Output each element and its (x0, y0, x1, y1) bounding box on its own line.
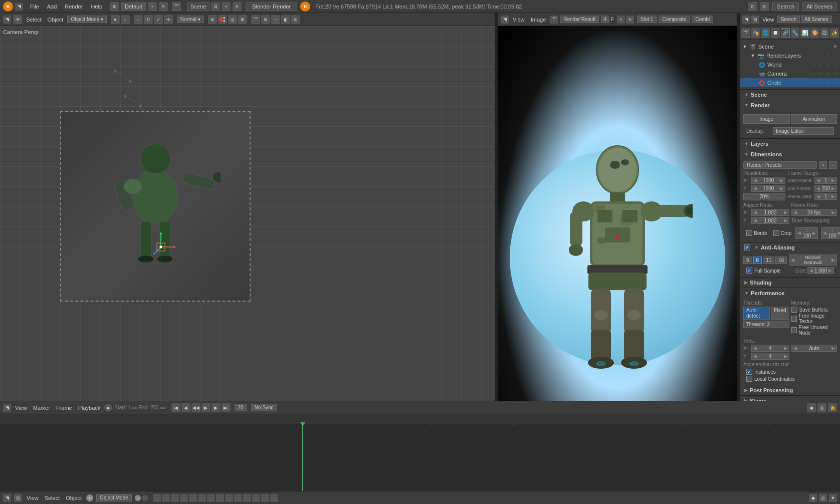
keyframe-icon[interactable]: ◆ (807, 403, 816, 412)
ay-left[interactable]: ◀ (752, 217, 758, 223)
ay-field[interactable]: ◀ 1.000 ▶ (751, 217, 789, 224)
select-menu[interactable]: Select (24, 17, 44, 23)
render-close-btn[interactable]: ✕ (626, 16, 634, 24)
timeline-playback-menu[interactable]: Playback (76, 405, 103, 411)
size-left[interactable]: ◀ (808, 268, 814, 274)
timeline-frame-menu[interactable]: Frame (54, 405, 74, 411)
bt-icon9[interactable] (225, 494, 233, 502)
post-proc-header[interactable]: Post Processing (740, 385, 840, 395)
res-x-left-arrow[interactable]: ◀ (752, 177, 758, 183)
tx-right[interactable]: ▶ (782, 345, 789, 351)
cam-vis1[interactable]: ◦ (811, 71, 817, 77)
prop-object-icon[interactable]: 🔲 (771, 28, 780, 38)
start-frame-field[interactable]: ◀ 1 ▶ (814, 177, 837, 184)
cv-right[interactable]: ▶ (836, 230, 840, 236)
save-buffers-check[interactable]: Save Buffers (791, 307, 837, 313)
cam-vis2[interactable]: ◦ (818, 71, 824, 77)
render-view-menu[interactable]: View (511, 17, 527, 23)
jump-end-btn[interactable]: ▶| (222, 403, 231, 412)
playback-icon-btn[interactable]: ▶ (104, 404, 112, 412)
bv-left[interactable]: ◀ (796, 230, 802, 236)
sync-btn[interactable]: ↔ (271, 15, 280, 24)
crop-val-field[interactable]: ◀ : 100 ▶ (821, 227, 840, 239)
lc-box[interactable] (746, 376, 752, 382)
animation-render-btn[interactable]: Animation (791, 114, 837, 124)
borde-check[interactable] (746, 230, 752, 236)
wireframe-btn[interactable]: ○ (121, 15, 130, 24)
ef-left[interactable]: ◀ (815, 185, 821, 191)
add-menu[interactable]: Add (43, 0, 61, 13)
timeline-tracks[interactable] (0, 424, 840, 491)
ax-left[interactable]: ◀ (752, 209, 758, 215)
viewport-extra-btn[interactable]: ⊘ (291, 15, 300, 24)
viewport-shade-btn[interactable]: ◐ (281, 15, 290, 24)
slot-label[interactable]: Slot 1 (637, 16, 657, 23)
play-btn[interactable]: ▶ (201, 403, 211, 412)
layout-select[interactable]: Default (121, 3, 146, 11)
composite-label[interactable]: Composite (659, 16, 690, 23)
render-vis-btn[interactable]: 🎬 (251, 15, 260, 24)
close-scene-btn[interactable]: ✕ (233, 2, 242, 11)
scene-eye-icon[interactable]: 👁 (832, 44, 838, 50)
ef-right[interactable]: ▶ (830, 185, 836, 191)
tx-left[interactable]: ◀ (752, 345, 758, 351)
ax-field[interactable]: ◀ 1.000 ▶ (751, 209, 789, 216)
aa-enable-check[interactable] (744, 244, 750, 250)
shading-header[interactable]: Shading (740, 278, 840, 288)
render-image-menu[interactable]: Image (529, 17, 548, 23)
bt-icon13[interactable] (261, 494, 269, 502)
start-frame-display[interactable] (132, 407, 137, 409)
end-frame-field[interactable]: ◀ 250 ▶ (814, 185, 837, 192)
aa-11-btn[interactable]: 11 (763, 257, 774, 264)
search-btn-right[interactable]: Search (777, 16, 800, 23)
scene-tree-camera[interactable]: 📹 Camera ◦ ◦ ◦ ◦ (740, 69, 840, 78)
world-vis4[interactable]: ◦ (832, 62, 838, 68)
timeline-marker-menu[interactable]: Marker (31, 405, 52, 411)
timeline-corner-btn[interactable]: ◥ (3, 404, 11, 412)
ty-right[interactable]: ▶ (782, 353, 789, 359)
aa-16-btn[interactable]: 16 (775, 257, 787, 264)
display-select[interactable]: Image Editor (773, 127, 834, 135)
translate-btn[interactable]: ↔ (134, 15, 143, 24)
cam-vis4[interactable]: ◦ (832, 71, 838, 77)
lock-icon[interactable]: 🔒 (828, 403, 837, 412)
prop-constraints-icon[interactable]: 🔗 (781, 28, 790, 38)
rl-icon1[interactable]: ◦ (825, 53, 831, 59)
dimensions-header[interactable]: Dimensions (740, 149, 840, 159)
layer-dot2[interactable] (142, 495, 148, 501)
scene-tree-renderlayers[interactable]: ▼ 📷 RenderLayers ◦ ◦ (740, 51, 840, 60)
bt-icon2[interactable] (162, 494, 170, 502)
bt-icon6[interactable] (198, 494, 206, 502)
object-menu[interactable]: Object (46, 17, 66, 23)
ty-left[interactable]: ◀ (752, 353, 758, 359)
scale-btn[interactable]: ⤢ (154, 15, 163, 24)
fi-box[interactable] (791, 316, 797, 322)
help-menu[interactable]: Help (87, 0, 106, 13)
instances-box[interactable] (746, 369, 752, 375)
layer-dot1[interactable] (135, 495, 141, 501)
aa-header[interactable]: Anti-Aliasing (740, 242, 840, 253)
scene-tree-scene[interactable]: ▼ 🎬 Scene 👁 (740, 42, 840, 51)
jump-start-btn[interactable]: |◀ (171, 403, 180, 412)
tx-field[interactable]: ◀ 4 ▶ (751, 345, 789, 352)
crop-check[interactable] (773, 230, 779, 236)
onion-icon[interactable]: ◎ (817, 403, 826, 412)
status-corner-btn[interactable]: ◥ (3, 494, 11, 502)
magnet-btn[interactable]: 🧲 (218, 15, 227, 24)
status-icon2[interactable]: ◎ (819, 494, 827, 502)
status-icon3[interactable]: ▼ (829, 494, 837, 502)
file-menu[interactable]: File (26, 0, 43, 13)
normal-select[interactable]: Normal ▾ (177, 16, 204, 23)
search-button[interactable]: Search (772, 3, 799, 11)
status-icon1[interactable]: ◆ (809, 494, 817, 502)
instances-check[interactable]: Instances (746, 369, 834, 375)
prev-frame-btn[interactable]: ◀ (181, 403, 190, 412)
current-frame-input[interactable]: 20 (235, 404, 247, 411)
performance-header[interactable]: Performance (740, 288, 840, 298)
local-coord-check[interactable]: Local Coordinates (746, 376, 834, 382)
fixed-btn[interactable]: Fixed (771, 307, 789, 320)
bt-icon3[interactable] (171, 494, 179, 502)
snap-btn[interactable]: ⊕ (208, 15, 217, 24)
bt-icon1[interactable] (153, 494, 161, 502)
scene-tree-circle[interactable]: ⭕ Circle ◦ ◦ ◦ ◦ (740, 78, 840, 87)
